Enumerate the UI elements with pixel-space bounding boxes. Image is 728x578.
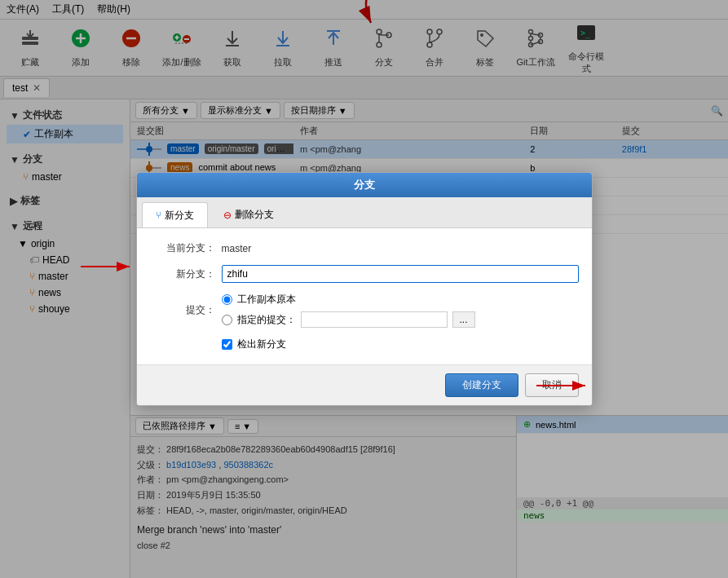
commit-row-label: 提交： <box>150 303 215 317</box>
checkout-row: 检出新分支 <box>222 338 579 351</box>
radio-working-copy-row: 工作副本原本 <box>222 293 475 307</box>
new-branch-input[interactable] <box>222 265 579 283</box>
current-branch-value: master <box>222 243 252 254</box>
new-branch-label: 新分支： <box>150 267 215 281</box>
checkout-label: 检出新分支 <box>237 338 286 351</box>
new-branch-tab-icon: ⑂ <box>156 210 161 221</box>
delete-branch-tab-label: 删除分支 <box>235 208 274 222</box>
modal-tab-new-branch[interactable]: ⑂ 新分支 <box>142 202 208 227</box>
create-branch-button[interactable]: 创建分支 <box>445 373 518 397</box>
current-branch-row: 当前分支： master <box>150 241 579 255</box>
modal-footer: 创建分支 取消 <box>137 364 592 405</box>
modal-tab-delete-branch[interactable]: ⊖ 删除分支 <box>210 202 288 227</box>
specific-commit-input[interactable] <box>301 311 448 328</box>
modal-title: 分支 <box>137 173 592 197</box>
branch-modal: 分支 ⑂ 新分支 ⊖ 删除分支 当前分支： master 新分支： <box>136 172 593 406</box>
radio-specific[interactable] <box>222 315 232 325</box>
radio-specific-row: 指定的提交： ... <box>222 311 475 328</box>
checkout-checkbox[interactable] <box>222 339 232 350</box>
delete-branch-tab-icon: ⊖ <box>223 210 232 221</box>
modal-body: 当前分支： master 新分支： 提交： <box>137 228 592 364</box>
cancel-button[interactable]: 取消 <box>525 373 579 397</box>
radio-group: 工作副本原本 指定的提交： ... <box>222 293 475 328</box>
modal-overlay: 分支 ⑂ 新分支 ⊖ 删除分支 当前分支： master 新分支： <box>0 0 728 578</box>
more-commits-button[interactable]: ... <box>452 311 475 328</box>
radio-working-copy-label: 工作副本原本 <box>237 293 296 307</box>
current-branch-label: 当前分支： <box>150 241 215 255</box>
new-branch-tab-label: 新分支 <box>165 209 194 223</box>
radio-working-copy[interactable] <box>222 294 232 305</box>
radio-specific-label: 指定的提交： <box>237 313 296 327</box>
commit-row: 提交： 工作副本原本 指定的提交： ... <box>150 293 579 328</box>
modal-tab-bar: ⑂ 新分支 ⊖ 删除分支 <box>137 197 592 228</box>
new-branch-row: 新分支： <box>150 265 579 283</box>
